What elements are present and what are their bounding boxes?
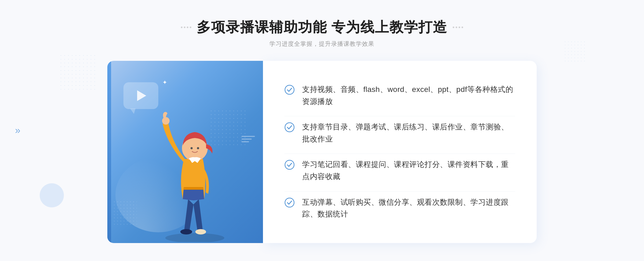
check-icon-3	[284, 160, 295, 170]
page-title: 多项录播课辅助功能 专为线上教学打造	[197, 18, 447, 37]
features-panel: 支持视频、音频、flash、word、excel、ppt、pdf等各种格式的资源…	[263, 61, 537, 243]
play-icon	[137, 90, 146, 101]
feature-text-4: 互动弹幕、试听购买、微信分享、观看次数限制、学习进度跟踪、数据统计	[302, 196, 515, 221]
svg-point-2	[195, 229, 206, 234]
page-header: 多项录播课辅助功能 专为线上教学打造 学习进度全掌握，提升录播课教学效果	[181, 18, 463, 48]
header-dots-right	[453, 27, 463, 28]
accent-bar	[107, 61, 111, 243]
svg-point-10	[285, 123, 294, 132]
svg-point-1	[180, 229, 192, 234]
svg-point-7	[197, 147, 199, 149]
feature-text-2: 支持章节目录、弹题考试、课后练习、课后作业、章节测验、批改作业	[302, 121, 515, 145]
svg-point-9	[285, 85, 294, 94]
main-content: ✦	[107, 61, 537, 243]
page-subtitle: 学习进度全掌握，提升录播课教学效果	[181, 40, 463, 48]
feature-item-3: 学习笔记回看、课程提问、课程评论打分、课件资料下载，重点内容收藏	[284, 154, 515, 188]
illustration-panel: ✦	[107, 61, 263, 243]
svg-point-12	[285, 198, 294, 207]
svg-point-0	[165, 233, 224, 242]
feature-text-1: 支持视频、音频、flash、word、excel、ppt、pdf等各种格式的资源…	[302, 84, 515, 108]
dots-decoration-left	[59, 54, 97, 91]
header-decorators: 多项录播课辅助功能 专为线上教学打造	[181, 18, 463, 37]
decorative-lines	[241, 136, 255, 144]
person-figure	[147, 92, 243, 243]
dots-decoration-right	[564, 40, 585, 62]
feature-item-4: 互动弹幕、试听购买、微信分享、观看次数限制、学习进度跟踪、数据统计	[284, 191, 515, 225]
header-dots-left	[181, 27, 191, 28]
check-icon-1	[284, 85, 295, 95]
check-icon-4	[284, 197, 295, 208]
check-icon-2	[284, 122, 295, 132]
content-wrapper: 多项录播课辅助功能 专为线上教学打造 学习进度全掌握，提升录播课教学效果	[107, 18, 537, 243]
svg-point-6	[191, 147, 193, 149]
circle-decoration-left	[40, 183, 64, 207]
svg-point-11	[285, 160, 294, 169]
feature-text-3: 学习笔记回看、课程提问、课程评论打分、课件资料下载，重点内容收藏	[302, 159, 515, 183]
feature-item-2: 支持章节目录、弹题考试、课后练习、课后作业、章节测验、批改作业	[284, 116, 515, 150]
chevron-left-icon: »	[15, 125, 18, 136]
page-container: » 多项录播课辅助功能 专为线上教学打造 学习进度全掌握，提升录播课教学效果	[0, 0, 644, 261]
feature-item-1: 支持视频、音频、flash、word、excel、ppt、pdf等各种格式的资源…	[284, 79, 515, 113]
sparkle-decoration: ✦	[162, 79, 167, 86]
